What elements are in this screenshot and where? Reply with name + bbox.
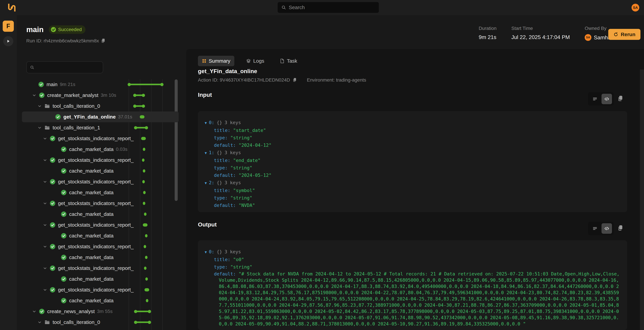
json-node-header[interactable]: ▼1:{}3 keys [205,149,620,157]
tree-row[interactable]: cache_market_data [22,274,179,284]
collapse-arrow-icon[interactable]: ▼ [205,121,207,125]
runs-nav-button[interactable] [3,36,13,46]
tree-row[interactable]: get_stockstats_indicators_report_ [22,198,179,209]
tree-row[interactable]: cache_market_data [22,209,179,220]
tree-row-label: tool_calls_iteration_0 [52,319,100,325]
tree-row[interactable]: get_stockstats_indicators_report_ [22,241,179,252]
tree-row[interactable]: cache_market_data [22,187,179,198]
chevron-down-icon[interactable] [42,136,48,141]
chevron-down-icon[interactable] [37,319,42,325]
chevron-down-icon[interactable] [42,179,48,185]
start-time-value: Jul 22, 2025 4:17:04 PM [511,34,570,40]
chevron-down-icon[interactable] [31,92,37,98]
timeline-strip [127,274,170,284]
tree-row-duration: 3m 10s [101,93,116,98]
copy-icon[interactable] [293,78,297,82]
chevron-down-icon[interactable] [31,308,37,314]
json-node-header[interactable]: ▼0:{}3 keys [205,248,620,256]
json-field: default: "2024-05-12" [205,172,620,179]
tree-row-label: get_YFin_data_online [64,114,116,120]
grid-icon [202,59,206,63]
duration-col: Duration 9m 21s [478,26,496,40]
input-json-viewer[interactable]: ▼0:{}3 keystitle: "start_date"type: "str… [198,111,627,212]
success-check-icon [61,276,67,282]
chevron-down-icon[interactable] [42,201,48,206]
tree-row[interactable]: get_stockstats_indicators_report_ [22,176,179,187]
success-check-icon [61,233,67,239]
tree-row[interactable]: cache_market_data [22,166,179,176]
tree-row[interactable]: get_stockstats_indicators_report_ [22,133,179,144]
start-time-label: Start Time [511,26,570,31]
duration-label: Duration [478,26,496,31]
tree-row-label: cache_market_data [69,233,114,239]
chevron-down-icon[interactable] [42,222,48,228]
tree-row[interactable]: get_stockstats_indicators_report_ [22,220,179,230]
tree-row-label: cache_market_data [69,168,114,174]
tree-row[interactable]: get_stockstats_indicators_report_ [22,263,179,274]
success-check-icon [50,157,56,163]
chevron-down-icon[interactable] [42,157,48,163]
search-input[interactable] [289,5,375,10]
chevron-down-icon[interactable] [37,125,42,130]
json-node-header[interactable]: ▼2:{}3 keys [205,179,620,187]
tree-row[interactable]: tool_calls_iteration_0 [22,101,179,111]
project-tile[interactable]: F [3,21,14,32]
tree-row[interactable]: main 9m 21s [22,79,179,90]
align-left-icon [592,96,598,101]
collapse-arrow-icon[interactable]: ▼ [205,151,207,155]
tree-row[interactable]: get_YFin_data_online 37.01s [22,111,179,122]
timeline-strip [127,144,170,155]
chevron-down-icon[interactable] [37,103,42,109]
tree-row-label: get_stockstats_indicators_report_ [58,157,134,163]
collapse-arrow-icon[interactable]: ▼ [205,250,207,254]
success-check-icon [61,190,67,196]
code-view-button[interactable] [602,223,612,234]
text-view-button[interactable] [590,94,600,104]
chevron-down-icon[interactable] [42,287,48,293]
tab-task[interactable]: Task [276,56,301,66]
input-copy-button[interactable] [617,94,624,103]
file-icon [280,59,284,63]
collapse-arrow-icon[interactable]: ▼ [205,181,207,185]
tree-row-duration: 3m 55s [97,309,112,314]
tree-row-duration: 9m 21s [60,82,75,87]
text-view-button[interactable] [590,223,600,234]
success-check-icon [61,254,67,260]
output-json-viewer[interactable]: ▼0:{}3 keystitle: "o0"type: "string"defa… [198,240,627,330]
tree-row-duration: 0.03s [116,146,128,152]
success-check-icon [61,146,67,152]
success-check-icon [50,135,56,141]
tree-row[interactable]: cache_market_data [22,230,179,241]
tree-row[interactable]: create_market_analyst 3m 10s [22,90,179,101]
tree-row-label: cache_market_data [69,146,114,152]
tree-row[interactable]: cache_market_data [22,252,179,263]
rerun-button[interactable]: Rerun [608,29,640,40]
page-scrollbar[interactable] [640,70,644,330]
tree-search-input[interactable] [36,65,100,70]
user-avatar[interactable]: SA [632,4,639,12]
run-meta: Duration 9m 21s Start Time Jul 22, 2025 … [478,26,624,41]
copy-icon[interactable] [101,38,105,43]
chevron-down-icon[interactable] [42,265,48,271]
tree-row[interactable]: cache_market_data [22,295,179,306]
output-copy-button[interactable] [617,224,624,233]
tree-row[interactable]: tool_calls_iteration_0 [22,317,179,328]
run-title: main [26,25,44,34]
global-search[interactable] [278,2,379,13]
tree-row[interactable]: create_news_analyst 3m 55s [22,306,179,317]
tree-search[interactable] [26,61,103,73]
tree-row[interactable]: cache_market_data 0.03s [22,144,179,155]
code-view-button[interactable] [602,94,612,104]
json-field: title: "start_date" [205,127,620,134]
json-field: title: "o0" [205,256,620,263]
tab-logs[interactable]: Logs [242,56,268,66]
json-field: default: "2024-04-12" [205,141,620,149]
input-heading: Input [198,92,212,98]
tree-row[interactable]: tool_calls_iteration_1 [22,122,179,133]
tree-row[interactable]: get_stockstats_indicators_report_ [22,155,179,166]
chevron-down-icon[interactable] [42,244,48,249]
tree-row[interactable]: get_stockstats_indicators_report_ [22,284,179,295]
union-logo-icon[interactable] [6,2,17,13]
tab-summary[interactable]: Summary [198,56,234,66]
json-node-header[interactable]: ▼0:{}3 keys [205,119,620,127]
